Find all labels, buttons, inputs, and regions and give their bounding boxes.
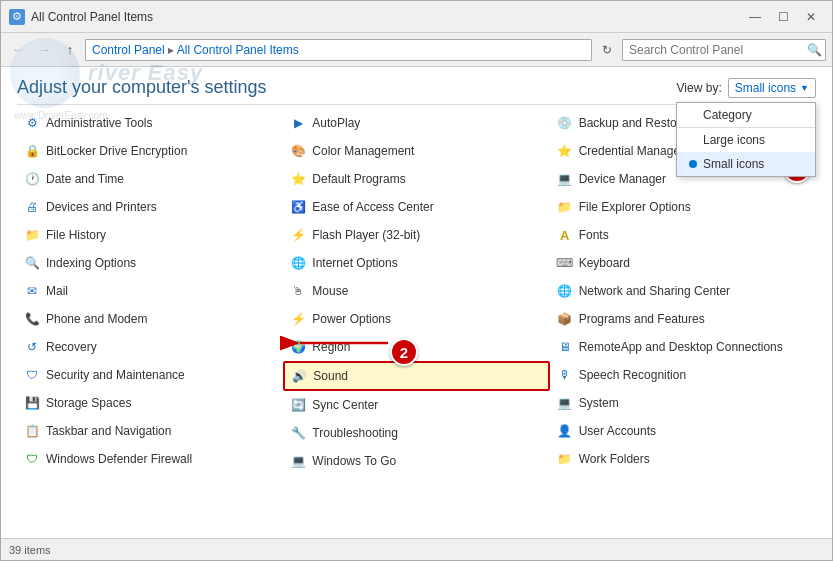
bitlocker-icon: 🔒 <box>24 143 40 159</box>
list-item[interactable]: 📞 Phone and Modem <box>17 305 283 333</box>
list-item[interactable]: 🖱 Mouse <box>283 277 549 305</box>
item-label: Work Folders <box>579 452 650 466</box>
large-icons-label: Large icons <box>703 133 765 147</box>
item-label: Administrative Tools <box>46 116 153 130</box>
sound-icon: 🔊 <box>291 368 307 384</box>
taskbar-icon: 📋 <box>24 423 40 439</box>
column-1: ⚙ Administrative Tools 🔒 BitLocker Drive… <box>17 109 283 475</box>
item-label: RemoteApp and Desktop Connections <box>579 340 783 354</box>
devices-icon: 🖨 <box>24 199 40 215</box>
list-item[interactable]: 📦 Programs and Features <box>550 305 816 333</box>
list-item[interactable]: 🛡 Security and Maintenance <box>17 361 283 389</box>
list-item[interactable]: 🖥 RemoteApp and Desktop Connections <box>550 333 816 361</box>
item-label: Credential Manager <box>579 144 684 158</box>
sound-label: Sound <box>313 369 348 383</box>
user-icon: 👤 <box>557 423 573 439</box>
list-item[interactable]: A Fonts <box>550 221 816 249</box>
address-path: Control Panel ▸ All Control Panel Items <box>85 39 592 61</box>
item-label: Windows Defender Firewall <box>46 452 192 466</box>
list-item[interactable]: 💾 Storage Spaces <box>17 389 283 417</box>
wintogo-icon: 💻 <box>290 453 306 469</box>
sound-item[interactable]: 🔊 Sound <box>283 361 549 391</box>
item-label: Devices and Printers <box>46 200 157 214</box>
item-label: Troubleshooting <box>312 426 398 440</box>
list-item[interactable]: 📁 Work Folders <box>550 445 816 473</box>
workfolders-icon: 📁 <box>557 451 573 467</box>
dropdown-item-large-icons[interactable]: Large icons <box>677 128 815 152</box>
search-button[interactable]: 🔍 <box>803 39 825 61</box>
up-button[interactable]: ↑ <box>59 39 81 61</box>
title-bar-left: ⚙ All Control Panel Items <box>9 9 153 25</box>
content-area: Adjust your computer's settings View by:… <box>1 67 832 538</box>
minimize-button[interactable]: — <box>742 7 768 27</box>
main-window: ⚙ All Control Panel Items — ☐ ✕ ← → ↑ Co… <box>0 0 833 561</box>
item-label: Date and Time <box>46 172 124 186</box>
search-input[interactable] <box>623 40 803 60</box>
list-item[interactable]: 🖨 Devices and Printers <box>17 193 283 221</box>
list-item[interactable]: 🔍 Indexing Options <box>17 249 283 277</box>
list-item[interactable]: 🛡 Windows Defender Firewall <box>17 445 283 473</box>
list-item[interactable]: 👤 User Accounts <box>550 417 816 445</box>
list-item[interactable]: 🕐 Date and Time <box>17 165 283 193</box>
indexing-icon: 🔍 <box>24 255 40 271</box>
explorer-icon: 📁 <box>557 199 573 215</box>
item-label: Windows To Go <box>312 454 396 468</box>
list-item[interactable]: 📁 File History <box>17 221 283 249</box>
list-item[interactable]: ▶ AutoPlay <box>283 109 549 137</box>
list-item[interactable]: 🔒 BitLocker Drive Encryption <box>17 137 283 165</box>
dropdown-item-category[interactable]: Category <box>677 103 815 127</box>
admin-tools-icon: ⚙ <box>24 115 40 131</box>
item-label: Mail <box>46 284 68 298</box>
default-icon: ⭐ <box>290 171 306 187</box>
security-icon: 🛡 <box>24 367 40 383</box>
column-2: ▶ AutoPlay 🎨 Color Management ⭐ Default … <box>283 109 549 475</box>
list-item[interactable]: ✉ Mail <box>17 277 283 305</box>
item-label: File Explorer Options <box>579 200 691 214</box>
list-item[interactable]: ⌨ Keyboard <box>550 249 816 277</box>
category-label: Category <box>703 108 752 122</box>
list-item[interactable]: ⚙ Administrative Tools <box>17 109 283 137</box>
path-all-items[interactable]: All Control Panel Items <box>177 43 299 57</box>
credential-icon: ⭐ <box>557 143 573 159</box>
item-label: Speech Recognition <box>579 368 686 382</box>
dropdown-item-small-icons[interactable]: Small icons <box>677 152 815 176</box>
back-button[interactable]: ← <box>7 39 29 61</box>
list-item[interactable]: ⭐ Default Programs <box>283 165 549 193</box>
filehistory-icon: 📁 <box>24 227 40 243</box>
list-item[interactable]: 🎙 Speech Recognition <box>550 361 816 389</box>
item-label: File History <box>46 228 106 242</box>
list-item[interactable]: ⚡ Power Options <box>283 305 549 333</box>
item-label: Default Programs <box>312 172 405 186</box>
item-label: Internet Options <box>312 256 397 270</box>
list-item[interactable]: 📋 Taskbar and Navigation <box>17 417 283 445</box>
keyboard-icon: ⌨ <box>557 255 573 271</box>
close-button[interactable]: ✕ <box>798 7 824 27</box>
address-bar: ← → ↑ Control Panel ▸ All Control Panel … <box>1 33 832 67</box>
maximize-button[interactable]: ☐ <box>770 7 796 27</box>
list-item[interactable]: ⚡ Flash Player (32-bit) <box>283 221 549 249</box>
list-item[interactable]: ♿ Ease of Access Center <box>283 193 549 221</box>
list-item[interactable]: 💻 System <box>550 389 816 417</box>
list-item[interactable]: 🌐 Internet Options <box>283 249 549 277</box>
list-item[interactable]: 🌐 Network and Sharing Center <box>550 277 816 305</box>
list-item[interactable]: 🔄 Sync Center <box>283 391 549 419</box>
list-item[interactable]: 🎨 Color Management <box>283 137 549 165</box>
refresh-button[interactable]: ↻ <box>596 39 618 61</box>
forward-button[interactable]: → <box>33 39 55 61</box>
list-item[interactable]: ↺ Recovery <box>17 333 283 361</box>
item-label: Phone and Modem <box>46 312 147 326</box>
item-label: Flash Player (32-bit) <box>312 228 420 242</box>
list-item[interactable]: 📁 File Explorer Options <box>550 193 816 221</box>
item-label: Programs and Features <box>579 312 705 326</box>
ease-icon: ♿ <box>290 199 306 215</box>
item-label: BitLocker Drive Encryption <box>46 144 187 158</box>
item-label: User Accounts <box>579 424 656 438</box>
view-dropdown-button[interactable]: Small icons ▼ <box>728 78 816 98</box>
item-label: AutoPlay <box>312 116 360 130</box>
flash-icon: ⚡ <box>290 227 306 243</box>
list-item[interactable]: 💻 Windows To Go <box>283 447 549 475</box>
title-bar: ⚙ All Control Panel Items — ☐ ✕ <box>1 1 832 33</box>
list-item[interactable]: 🔧 Troubleshooting <box>283 419 549 447</box>
path-control-panel[interactable]: Control Panel <box>92 43 165 57</box>
item-label: Taskbar and Navigation <box>46 424 171 438</box>
